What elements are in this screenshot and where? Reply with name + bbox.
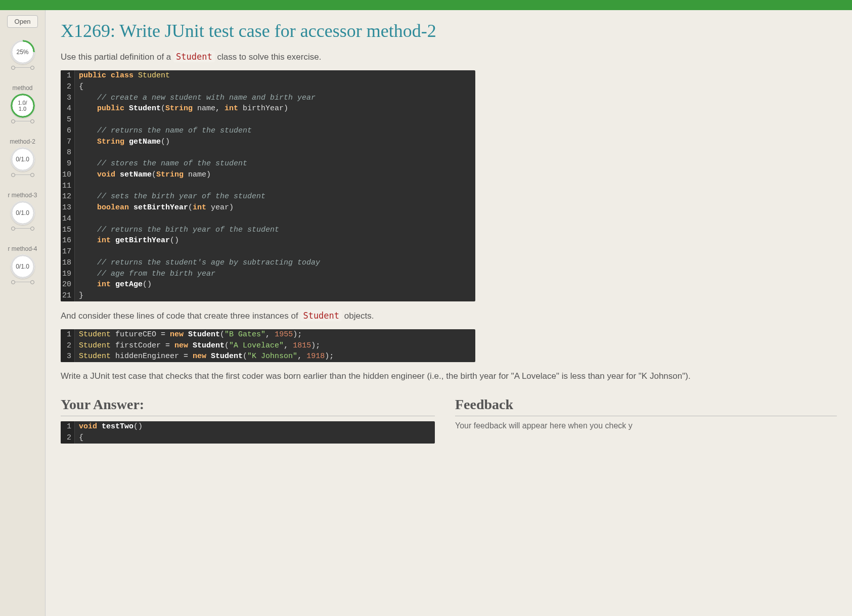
line-number: 4 xyxy=(61,103,75,114)
sidebar-label: r method-3 xyxy=(8,192,37,199)
code-text: { xyxy=(75,81,83,93)
line-number: 21 xyxy=(61,290,75,301)
code-text xyxy=(75,181,79,192)
code-text: int getAge() xyxy=(75,279,152,290)
line-number: 1 xyxy=(61,329,75,340)
code-text: // stores the name of the student xyxy=(75,158,247,169)
sidebar-item-method[interactable]: method 1.0/ 1.0 xyxy=(0,81,45,126)
code-text: // sets the birth year of the student xyxy=(75,191,265,202)
code-text: { xyxy=(75,432,83,444)
code-line: 3Student hiddenEngineer = new Student("K… xyxy=(61,351,475,362)
line-number: 10 xyxy=(61,169,75,181)
inline-code: Student xyxy=(173,51,215,62)
code-text: Student firstCoder = new Student("A Love… xyxy=(75,340,320,351)
line-number: 1 xyxy=(61,70,75,81)
code-line: 3 // create a new student with name and … xyxy=(61,93,475,104)
code-text: public class Student xyxy=(75,70,170,81)
line-number: 2 xyxy=(61,340,75,351)
code-line: 10 void setName(String name) xyxy=(61,169,475,181)
line-number: 3 xyxy=(61,93,75,104)
answer-column: Your Answer: 1void testTwo()2{ xyxy=(61,389,435,453)
progress-value: 0/1.0 xyxy=(16,209,29,216)
code-line: 14 xyxy=(61,213,475,225)
sidebar-item-method-3[interactable]: r method-3 0/1.0 xyxy=(0,189,45,233)
line-number: 2 xyxy=(61,432,75,444)
code-text: boolean setBirthYear(int year) xyxy=(75,202,234,213)
line-number: 19 xyxy=(61,269,75,280)
code-text xyxy=(75,114,79,125)
code-text: // create a new student with name and bi… xyxy=(75,93,316,104)
code-line: 2{ xyxy=(61,432,435,444)
progress-ring: 1.0/ 1.0 xyxy=(11,94,35,118)
divider-icon xyxy=(13,228,33,232)
divider-icon xyxy=(13,282,33,286)
layout: Open 25% method 1.0/ 1.0 method-2 0/1.0 … xyxy=(0,10,852,616)
code-line: 16 int getBirthYear() xyxy=(61,235,475,246)
line-number: 16 xyxy=(61,235,75,246)
code-line: 8 xyxy=(61,147,475,158)
code-text: Student futureCEO = new Student("B Gates… xyxy=(75,329,302,340)
line-number: 7 xyxy=(61,137,75,148)
line-number: 18 xyxy=(61,257,75,269)
window-top-bar xyxy=(0,0,852,10)
line-number: 12 xyxy=(61,191,75,202)
code-line: 11 xyxy=(61,181,475,192)
code-text: // age from the birth year xyxy=(75,269,215,280)
progress-value: 1.0/ 1.0 xyxy=(18,100,27,112)
code-text xyxy=(75,147,79,158)
code-line: 13 boolean setBirthYear(int year) xyxy=(61,202,475,213)
progress-ring: 0/1.0 xyxy=(11,201,35,225)
intro-suffix: class to solve this exercise. xyxy=(217,52,321,62)
line-number: 3 xyxy=(61,351,75,362)
code-text: int getBirthYear() xyxy=(75,235,179,246)
code-line: 21} xyxy=(61,290,475,301)
code-line: 1public class Student xyxy=(61,70,475,81)
code-line: 2{ xyxy=(61,81,475,93)
line-number: 5 xyxy=(61,114,75,125)
line-number: 2 xyxy=(61,81,75,93)
line-number: 1 xyxy=(61,421,75,432)
progress-ring: 0/1.0 xyxy=(11,254,35,279)
code-line: 12 // sets the birth year of the student xyxy=(61,191,475,202)
divider-icon xyxy=(13,67,33,71)
sidebar-label: method-2 xyxy=(10,138,35,145)
code-text: // returns the name of the student xyxy=(75,125,252,137)
task-text: Write a JUnit test case that checks that… xyxy=(61,371,837,381)
code-line: 19 // age from the birth year xyxy=(61,269,475,280)
sidebar-item-method-2[interactable]: method-2 0/1.0 xyxy=(0,135,45,180)
divider-icon xyxy=(13,121,33,125)
code-line: 2Student firstCoder = new Student("A Lov… xyxy=(61,340,475,351)
line-number: 6 xyxy=(61,125,75,137)
inline-code: Student xyxy=(300,310,342,321)
mid-prefix: And consider these lines of code that cr… xyxy=(61,311,300,321)
page-title: X1269: Write JUnit test case for accesso… xyxy=(61,20,837,41)
line-number: 15 xyxy=(61,225,75,236)
code-block-class-def[interactable]: 1public class Student2{3 // create a new… xyxy=(61,70,475,301)
progress-ring: 25% xyxy=(11,40,35,64)
line-number: 14 xyxy=(61,213,75,225)
code-line: 17 xyxy=(61,246,475,257)
divider-icon xyxy=(13,174,33,179)
sidebar-item-method-4[interactable]: r method-4 0/1.0 xyxy=(0,242,45,287)
line-number: 17 xyxy=(61,246,75,257)
code-line: 4 public Student(String name, int birthY… xyxy=(61,103,475,114)
sidebar-item-overall[interactable]: 25% xyxy=(0,37,45,72)
line-number: 9 xyxy=(61,158,75,169)
intro-text: Use this partial definition of a Student… xyxy=(61,52,837,62)
line-number: 11 xyxy=(61,181,75,192)
answer-feedback-row: Your Answer: 1void testTwo()2{ Feedback … xyxy=(61,389,837,453)
feedback-column: Feedback Your feedback will appear here … xyxy=(455,389,837,430)
code-text xyxy=(75,246,79,257)
sidebar-label: method xyxy=(12,84,32,92)
answer-code-editor[interactable]: 1void testTwo()2{ xyxy=(61,421,435,444)
code-text: // returns the student's age by subtract… xyxy=(75,257,320,269)
intro-prefix: Use this partial definition of a xyxy=(61,52,173,62)
code-block-instances[interactable]: 1Student futureCEO = new Student("B Gate… xyxy=(61,329,475,362)
line-number: 20 xyxy=(61,279,75,290)
code-text: Student hiddenEngineer = new Student("K … xyxy=(75,351,334,362)
code-text: void setName(String name) xyxy=(75,169,211,181)
feedback-text: Your feedback will appear here when you … xyxy=(455,421,837,430)
feedback-heading: Feedback xyxy=(455,397,837,416)
code-line: 5 xyxy=(61,114,475,125)
open-button[interactable]: Open xyxy=(7,15,38,28)
